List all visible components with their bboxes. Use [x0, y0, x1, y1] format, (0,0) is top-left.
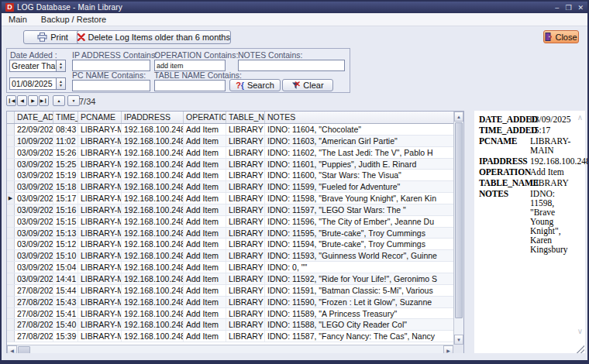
- column-header-notes[interactable]: NOTES: [265, 112, 463, 123]
- nav-up-button[interactable]: ▲: [53, 95, 65, 106]
- grid-body[interactable]: 22/09/202508:43LIBRARY-MAIN192.168.100.2…: [7, 124, 453, 345]
- print-button[interactable]: Print: [23, 30, 82, 44]
- delete-old-logs-button[interactable]: Delete Log Items older than 6 months: [77, 30, 231, 44]
- detail-scroll-up-icon[interactable]: ∧: [577, 113, 583, 122]
- grid-row[interactable]: 27/08/202515:39LIBRARY-MAIN192.168.100.2…: [7, 331, 453, 342]
- grid-cell-pc: LIBRARY-MAIN: [78, 250, 122, 261]
- scroll-down-button[interactable]: ▼: [454, 335, 463, 345]
- grid-cell-pc: LIBRARY-MAIN: [78, 319, 122, 330]
- search-button[interactable]: ?{ Search: [229, 79, 281, 91]
- maximize-button[interactable]: ❒: [565, 4, 571, 12]
- grid-row[interactable]: 03/09/202515:26LIBRARY-MAIN192.168.100.2…: [7, 147, 453, 159]
- nav-first-button[interactable]: ❙◀: [6, 95, 16, 106]
- grid-cell-ip: 192.168.100.248: [122, 136, 184, 146]
- scroll-up-button[interactable]: ▲: [454, 112, 463, 122]
- grid-row[interactable]: 03/09/202515:12LIBRARY-MAIN192.168.100.2…: [7, 239, 453, 250]
- grid-row[interactable]: 27/08/202515:40LIBRARY-MAIN192.168.100.2…: [7, 319, 453, 331]
- grid-cell-op: Add Item: [184, 136, 226, 146]
- grid-vertical-scrollbar[interactable]: ▲ ▼: [453, 112, 463, 345]
- grid-row[interactable]: ▶03/09/202515:17LIBRARY-MAIN192.168.100.…: [7, 193, 453, 204]
- grid-row[interactable]: 22/09/202508:43LIBRARY-MAIN192.168.100.2…: [7, 124, 453, 136]
- grid-cell-table: LIBRARY: [226, 170, 265, 180]
- date-comparator-select[interactable]: Greater Than ▲▼: [9, 60, 66, 72]
- resize-grip[interactable]: [577, 345, 584, 353]
- pc-name-contains-label: PC NAME Contains:: [72, 70, 146, 80]
- grid-cell-table: LIBRARY: [226, 250, 265, 261]
- table-name-contains-input[interactable]: [154, 80, 226, 91]
- statusbar: [2, 353, 587, 360]
- grid-row[interactable]: 10/09/202511:02LIBRARY-MAIN192.168.100.2…: [7, 136, 453, 147]
- grid-cell-notes: IDNO: 11593, "Guinness World Recor", Gui…: [265, 250, 453, 261]
- grid-cell-ip: 192.168.100.248: [122, 159, 184, 170]
- grid-cell-ip: 192.168.100.248: [122, 273, 184, 284]
- grid-cell-ip: 192.168.100.248: [122, 285, 184, 296]
- grid-row[interactable]: 03/09/202515:16LIBRARY-MAIN192.168.100.2…: [7, 204, 453, 216]
- menu-item-main[interactable]: Main: [2, 14, 34, 25]
- grid-row[interactable]: 27/08/202515:41LIBRARY-MAIN192.168.100.2…: [7, 308, 453, 320]
- column-header-pcname[interactable]: PCNAME: [78, 112, 122, 123]
- menu-item-backup-restore[interactable]: Backup / Restore: [34, 14, 113, 25]
- close-window-button[interactable]: ✕: [577, 4, 584, 12]
- grid-cell-ip: 192.168.100.248: [122, 319, 184, 330]
- grid-cell-op: Add Item: [184, 228, 226, 239]
- date-input[interactable]: 01/08/2025 ▲▼: [9, 77, 66, 90]
- grid-header: DATE_ADDEDTIME_ADDEDPCNAMEIPADDRESSOPERA…: [7, 112, 463, 124]
- grid-cell-table: LIBRARY: [226, 159, 265, 170]
- row-selector: [7, 308, 15, 319]
- grid-row[interactable]: 03/09/202515:04LIBRARY-MAIN192.168.100.2…: [7, 262, 453, 273]
- grid-row[interactable]: 03/09/202515:18LIBRARY-MAIN192.168.100.2…: [7, 181, 453, 193]
- record-detail-panel: ∧ ∨ DATE_ADDED03/09/2025TIME_ADDED15:17P…: [474, 111, 585, 354]
- grid-cell-op: Add Item: [184, 308, 226, 319]
- nav-last-button[interactable]: ▶❙: [39, 95, 49, 106]
- grid-cell-time: 15:17: [53, 193, 78, 204]
- operation-contains-label: OPERATION Contains:: [154, 50, 238, 60]
- detail-field-label: PCNAME: [479, 136, 530, 155]
- date-spinner[interactable]: ▲▼: [56, 78, 65, 89]
- column-header-operation[interactable]: OPERATION: [184, 112, 226, 123]
- grid-cell-op: Add Item: [184, 285, 226, 296]
- grid-row[interactable]: 27/08/202515:44LIBRARY-MAIN192.168.100.2…: [7, 285, 453, 297]
- comparator-spinner[interactable]: ▲▼: [56, 60, 65, 71]
- column-header-time_added[interactable]: TIME_ADDED: [53, 112, 78, 123]
- nav-down-button[interactable]: ▼: [67, 95, 80, 106]
- grid-cell-ip: 192.168.100.248: [122, 124, 184, 135]
- print-button-label: Print: [50, 33, 68, 42]
- close-button[interactable]: Close: [543, 30, 579, 43]
- detail-scroll-down-icon[interactable]: ∨: [577, 327, 583, 335]
- grid-cell-notes: IDNO: 11592, "Ride for Your Life!", Gero…: [265, 273, 453, 284]
- vertical-scroll-thumb[interactable]: [455, 122, 463, 318]
- notes-contains-input[interactable]: [238, 60, 345, 71]
- grid-cell-notes: IDNO: 11589, "A Princess Treasury": [265, 308, 453, 319]
- grid-row[interactable]: 03/09/202515:19LIBRARY-MAIN192.168.100.2…: [7, 170, 453, 181]
- grid-row[interactable]: 03/09/202514:41LIBRARY-MAIN192.168.100.2…: [7, 273, 453, 285]
- clear-button[interactable]: Clear: [282, 79, 333, 91]
- grid-cell-pc: LIBRARY-MAIN: [78, 170, 122, 180]
- grid-cell-ip: 192.168.100.248: [122, 204, 184, 215]
- grid-cell-time: 15:12: [53, 239, 78, 249]
- nav-next-button[interactable]: ▶: [28, 95, 38, 106]
- column-header-ipaddress[interactable]: IPADDRESS: [122, 112, 184, 123]
- grid-cell-notes: IDNO: 11600, "Star Wars: The Visua": [265, 170, 453, 180]
- menubar: Main Backup / Restore: [2, 13, 587, 26]
- grid-row[interactable]: 03/09/202515:10LIBRARY-MAIN192.168.100.2…: [7, 250, 453, 262]
- prev-record-icon: ◀: [20, 98, 24, 103]
- minimize-button[interactable]: –: [555, 4, 559, 12]
- nav-prev-button[interactable]: ◀: [17, 95, 27, 106]
- detail-field: OPERATIONAdd Item: [479, 167, 574, 177]
- column-header-table_name[interactable]: TABLE_NAME: [226, 112, 265, 123]
- grid-cell-time: 15:26: [53, 147, 78, 158]
- grid-cell-time: 15:40: [53, 319, 78, 330]
- grid-cell-op: Add Item: [184, 250, 226, 261]
- ip-contains-input[interactable]: [72, 60, 150, 71]
- pc-name-contains-input[interactable]: [72, 80, 150, 91]
- grid-row[interactable]: 03/09/202515:15LIBRARY-MAIN192.168.100.2…: [7, 216, 453, 228]
- grid-cell-table: LIBRARY: [226, 136, 265, 146]
- operation-contains-input[interactable]: [154, 60, 226, 71]
- grid-cell-pc: LIBRARY-MAIN: [78, 285, 122, 296]
- grid-row[interactable]: 03/09/202515:13LIBRARY-MAIN192.168.100.2…: [7, 228, 453, 239]
- column-header-date_added[interactable]: DATE_ADDED: [15, 112, 53, 123]
- grid-row[interactable]: 27/08/202515:43LIBRARY-MAIN192.168.100.2…: [7, 297, 453, 308]
- grid-cell-pc: LIBRARY-MAIN: [78, 159, 122, 170]
- grid-cell-table: LIBRARY: [226, 285, 265, 296]
- grid-row[interactable]: 03/09/202515:25LIBRARY-MAIN192.168.100.2…: [7, 159, 453, 170]
